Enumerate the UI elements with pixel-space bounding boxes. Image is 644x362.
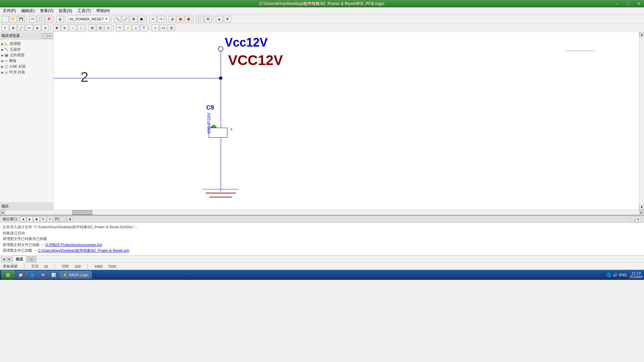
scroll-down-button[interactable]: ▼	[639, 205, 644, 210]
taskbar-pads[interactable]: ⚡ PADS Logic	[60, 271, 92, 279]
coord2-value: 7500	[108, 264, 116, 268]
scroll-up-button[interactable]: ▲	[639, 32, 644, 37]
bom-button[interactable]: ☰	[168, 24, 175, 31]
zoom-out-button[interactable]: 🔎	[122, 16, 129, 22]
tree-item-schematic[interactable]: ▶ 📐 原理图	[1, 41, 52, 47]
output-fwd-button[interactable]: ►	[27, 217, 33, 222]
nav-up-button[interactable]: ▲	[216, 16, 223, 22]
h-scroll-area[interactable]: ◄ ►	[0, 210, 644, 215]
net-button[interactable]: 〜	[116, 24, 123, 31]
right-scrollbar[interactable]: ▲ ▼	[639, 32, 644, 210]
menu-help[interactable]: 帮助(H)	[94, 7, 113, 14]
close-button[interactable]: ✕	[633, 0, 644, 7]
select-button[interactable]: ↖	[1, 24, 9, 31]
taskbar-app1[interactable]: 📊	[48, 271, 59, 279]
tree-item-nets[interactable]: ▶ 〜 网络	[1, 58, 52, 64]
output-stop-button[interactable]: ■	[34, 217, 40, 222]
output-save-button[interactable]: 💾	[54, 217, 60, 222]
junction-button[interactable]: ●	[34, 24, 41, 31]
title-bar: C:\Users\Kivy\Desktop\软件转换\02_Power & Re…	[0, 0, 644, 7]
vcc-wire-v	[221, 52, 221, 79]
output-back-button[interactable]: ◄	[20, 217, 26, 222]
output-refresh-button[interactable]: ↻	[40, 217, 46, 222]
taskbar-word[interactable]: W	[38, 271, 48, 279]
output-grid-button[interactable]: ⊞	[67, 217, 73, 222]
tab-scroll-left[interactable]: ◄	[1, 257, 6, 262]
wire-button[interactable]: ╱	[17, 24, 25, 31]
copy-button[interactable]: 📋	[37, 16, 44, 22]
menu-settings[interactable]: 设置(S)	[56, 7, 75, 14]
start-button[interactable]: ⊞	[1, 270, 15, 279]
output-clear-button[interactable]: ✕	[47, 217, 53, 222]
group-button[interactable]: ⊞	[89, 24, 96, 31]
maximize-button[interactable]: □	[623, 0, 633, 7]
ungroup-button[interactable]: ⊟	[97, 24, 104, 31]
undo-button[interactable]: ↩	[149, 16, 157, 22]
tab-status[interactable]: 状态	[13, 256, 26, 262]
gnd-button[interactable]: ⏚	[132, 24, 140, 31]
zoom-fit-button[interactable]: ⊞	[130, 16, 137, 22]
open-button[interactable]: 📂	[9, 16, 17, 22]
align-button[interactable]: ≡	[105, 24, 112, 31]
minimize-button[interactable]: ─	[612, 0, 623, 7]
print-button[interactable]: 🖨	[56, 16, 64, 22]
power-button[interactable]: ⚡	[124, 24, 131, 31]
sep12	[149, 25, 150, 31]
clock[interactable]: 21:14 2018/8/6	[630, 271, 643, 279]
h-scroll-thumb[interactable]	[72, 210, 92, 215]
lang-label[interactable]: ENG	[619, 273, 627, 277]
redo-button[interactable]: ↪	[157, 16, 165, 22]
export-button[interactable]: 📤	[177, 16, 184, 22]
scroll-track-v[interactable]	[639, 37, 644, 205]
menu-tools[interactable]: 工具(T)	[75, 7, 93, 14]
paste-button[interactable]: 📌	[45, 16, 52, 22]
split-button[interactable]: ⊟	[204, 16, 212, 22]
tree-item-cae[interactable]: ▶ 📋 CAE 封装	[1, 64, 52, 69]
flip-button[interactable]: ↔	[69, 24, 76, 31]
tree-label-types: 元件类型	[10, 53, 24, 58]
output-link2[interactable]: C:\Users\Kivy\Desktop\软件转换\02_Power & Re…	[38, 248, 129, 252]
fullscreen-button[interactable]: ⛶	[196, 16, 204, 22]
tab-star[interactable]: ☆	[27, 256, 36, 262]
mirror-button[interactable]: ↕	[77, 24, 85, 31]
tab-scroll-right[interactable]: ►	[7, 257, 12, 262]
cut-button[interactable]: ✂	[29, 16, 36, 22]
menu-view[interactable]: 查看(V)	[37, 7, 56, 14]
zoom-region-button[interactable]: ▣	[138, 16, 145, 22]
move-button[interactable]: ✥	[53, 24, 60, 31]
import-button[interactable]: 📥	[185, 16, 192, 22]
menu-file[interactable]: 文件(F)	[0, 7, 18, 14]
output-close-button[interactable]: ✕	[635, 217, 641, 222]
h-scroll-track[interactable]	[5, 210, 639, 215]
schematic-canvas[interactable]: Vcc12V VCC12V 2 C9 + 100uF/16V	[54, 32, 639, 210]
window-controls: ─ □ ✕	[612, 0, 644, 7]
drc-button[interactable]: ✓	[152, 24, 159, 31]
taskbar-chrome[interactable]: 🌐	[27, 271, 38, 279]
netlist-button[interactable]: ⊶	[160, 24, 167, 31]
text-button[interactable]: T	[140, 24, 148, 31]
new-button[interactable]: 📄	[1, 16, 9, 22]
print2-button[interactable]: 🖨	[169, 16, 176, 22]
nav-down-button[interactable]: ▼	[224, 16, 231, 22]
part-button[interactable]: ⊕	[9, 24, 17, 31]
save-button[interactable]: 💾	[17, 16, 25, 22]
output-float-button[interactable]: □	[629, 217, 635, 222]
status-sep3	[88, 264, 88, 269]
tree-item-components[interactable]: ▶ 🔧 元器件	[1, 47, 52, 52]
sheet-dropdown[interactable]: 02_POWER_RESET ▼	[68, 16, 110, 22]
panel-float-button[interactable]: □	[42, 34, 47, 38]
output-link1[interactable]: D:\PADS Projects\schconverter.log	[45, 243, 102, 247]
tree-item-pcb[interactable]: ▶ 🗂 PCB 封装	[1, 69, 52, 75]
zoom-in-button[interactable]: 🔍	[114, 16, 121, 22]
panel-close-button[interactable]: ✕	[47, 34, 52, 38]
taskbar-explorer[interactable]: 📁	[15, 271, 26, 279]
bus-button[interactable]: ═	[25, 24, 33, 31]
scroll-left-button[interactable]: ◄	[0, 210, 5, 215]
menu-edit[interactable]: 编辑(E)	[18, 7, 37, 14]
delete-button[interactable]: ✕	[42, 24, 49, 31]
tree-item-types[interactable]: ▶ 📦 元件类型	[1, 52, 52, 58]
scroll-right-button[interactable]: ►	[639, 210, 644, 215]
output-copy-button[interactable]: 📋	[60, 217, 66, 222]
rotate-button[interactable]: ↻	[61, 24, 68, 31]
panel-tab[interactable]: 项目	[0, 202, 53, 210]
